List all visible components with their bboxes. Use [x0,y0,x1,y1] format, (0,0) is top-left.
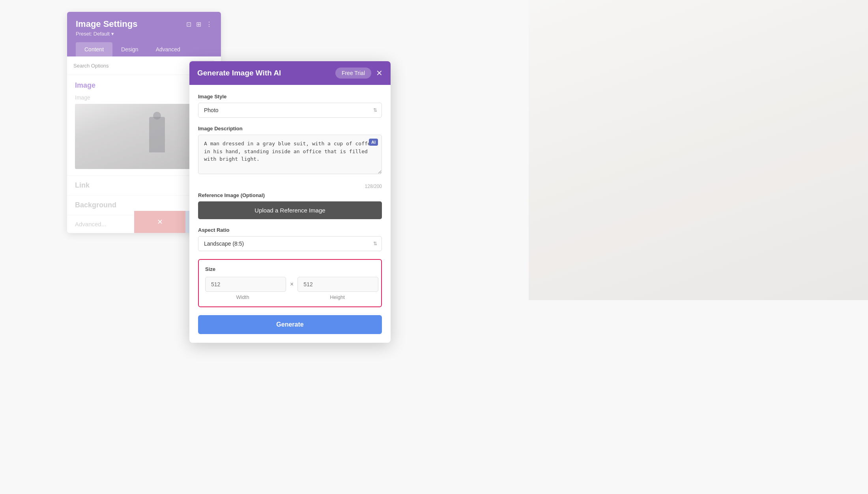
aspect-ratio-label: Aspect Ratio [198,227,382,233]
ai-badge: AI [369,139,378,146]
size-section: Size × Width Height [198,259,382,307]
modal-header-right: Free Trial ✕ [335,68,383,79]
size-spacer [284,294,296,300]
image-style-select[interactable]: PhotoIllustrationDigital ArtPaintingSket… [198,103,382,118]
image-description-label: Image Description [198,126,382,131]
image-style-wrapper: PhotoIllustrationDigital ArtPaintingSket… [198,103,382,118]
modal-title: Generate Image With AI [197,69,281,77]
width-input[interactable] [205,277,286,292]
width-label: Width [205,294,280,300]
aspect-ratio-wrapper: Landscape (8:5)Portrait (5:8)Square (1:1… [198,236,382,251]
aspect-ratio-select[interactable]: Landscape (8:5)Portrait (5:8)Square (1:1… [198,236,382,251]
height-input[interactable] [297,277,378,292]
modal-body: Image Style PhotoIllustrationDigital Art… [189,85,391,343]
char-count: 128/200 [198,184,382,189]
size-label: Size [205,266,375,272]
image-description-textarea[interactable] [198,135,382,174]
generate-image-modal: Generate Image With AI Free Trial ✕ Imag… [189,61,391,343]
upload-reference-image-button[interactable]: Upload a Reference Image [198,201,382,219]
size-inputs: × [205,277,375,292]
size-sub-labels: Width Height [205,294,375,300]
image-style-label: Image Style [198,94,382,100]
modal-overlay [0,0,868,494]
image-description-wrapper: AI [198,135,382,176]
reference-image-label: Reference Image (Optional) [198,192,382,198]
modal-header: Generate Image With AI Free Trial ✕ [189,61,391,85]
size-x-separator: × [290,281,294,288]
free-trial-badge[interactable]: Free Trial [335,68,371,79]
modal-close-button[interactable]: ✕ [376,69,383,77]
height-label: Height [300,294,375,300]
generate-button[interactable]: Generate [198,315,382,334]
